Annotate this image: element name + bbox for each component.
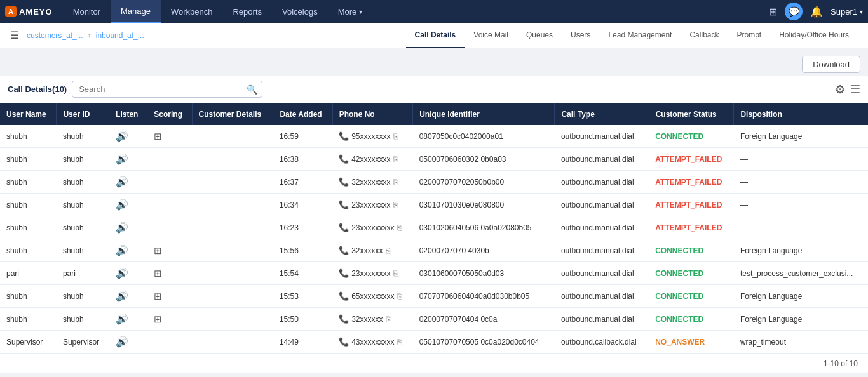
listen-icon[interactable]: 🔊 [116, 131, 128, 142]
tab-lead-management[interactable]: Lead Management [599, 23, 681, 48]
tab-holiday-office-hours[interactable]: Holiday/Office Hours [770, 23, 858, 48]
scoring-icon[interactable]: ⊞ [154, 291, 162, 301]
phone-icon: 📞 [339, 291, 349, 301]
copy-icon[interactable]: ⎘ [386, 246, 390, 255]
nav-monitor[interactable]: Monitor [63, 0, 111, 23]
bell-icon[interactable]: 🔔 [810, 6, 823, 18]
user-menu[interactable]: Super1 ▾ [831, 7, 863, 17]
listen-icon[interactable]: 🔊 [116, 199, 128, 210]
cell-user-name: shubh [0, 125, 57, 148]
listen-icon[interactable]: 🔊 [116, 176, 128, 187]
cell-user-name: shubh [0, 239, 57, 262]
cell-user-id: Supervisor [57, 331, 109, 354]
tab-prompt[interactable]: Prompt [728, 23, 770, 48]
phone-icon: 📞 [339, 314, 349, 324]
copy-icon[interactable]: ⎘ [393, 269, 398, 278]
cell-scoring: ⊞ [147, 285, 192, 308]
tab-voice-mail[interactable]: Voice Mail [465, 23, 517, 48]
table-header: User Name User ID Listen Scoring Custome… [0, 103, 868, 125]
listen-icon[interactable]: 🔊 [116, 222, 128, 233]
tab-bar: Call Details Voice Mail Queues Users Lea… [406, 23, 858, 48]
phone-icon: 📞 [339, 131, 349, 141]
listen-icon[interactable]: 🔊 [116, 336, 128, 347]
table-row: Supervisor Supervisor 🔊 14:49 📞 43xxxxxx… [0, 331, 868, 354]
phone-number: 95xxxxxxxx [351, 132, 390, 141]
cell-date-added: 15:53 [273, 285, 332, 308]
nav-reports[interactable]: Reports [222, 0, 272, 23]
cell-scoring [147, 331, 192, 354]
copy-icon[interactable]: ⎘ [397, 223, 402, 232]
cell-scoring [147, 216, 192, 239]
search-input[interactable] [72, 81, 262, 98]
table-row: shubh shubh 🔊 16:23 📞 23xxxxxxxxx ⎘ 0301… [0, 216, 868, 239]
status-badge: CONNECTED [655, 315, 703, 324]
cell-listen: 🔊 [109, 171, 147, 194]
phone-number: 65xxxxxxxxx [351, 292, 394, 301]
copy-icon[interactable]: ⎘ [393, 132, 398, 141]
tab-callback[interactable]: Callback [681, 23, 728, 48]
tab-users[interactable]: Users [562, 23, 599, 48]
cell-phone: 📞 32xxxxxx ⎘ [332, 239, 413, 262]
cell-listen: 🔊 [109, 216, 147, 239]
scoring-icon[interactable]: ⊞ [154, 131, 162, 142]
scoring-icon[interactable]: ⊞ [154, 314, 162, 324]
copy-icon[interactable]: ⎘ [393, 155, 398, 164]
cell-scoring [147, 194, 192, 216]
columns-icon[interactable]: ☰ [850, 83, 860, 96]
cell-user-name: shubh [0, 171, 57, 194]
listen-icon[interactable]: 🔊 [116, 268, 128, 279]
cell-customer-details [192, 194, 273, 216]
listen-icon[interactable]: 🔊 [116, 314, 128, 324]
listen-icon[interactable]: 🔊 [116, 245, 128, 256]
tab-queues[interactable]: Queues [517, 23, 562, 48]
copy-icon[interactable]: ⎘ [393, 178, 398, 187]
cell-disposition: — [734, 194, 868, 216]
copy-icon[interactable]: ⎘ [393, 201, 398, 209]
breadcrumb-link1[interactable]: customers_at_... [27, 31, 83, 40]
cell-phone: 📞 23xxxxxxxx ⎘ [332, 262, 413, 285]
cell-status: ATTEMPT_FAILED [649, 194, 734, 216]
filter-icon[interactable]: ⚙ [835, 83, 845, 96]
cell-call-type: outbound.manual.dial [555, 194, 649, 216]
nav-more[interactable]: More ▾ [328, 0, 373, 23]
scoring-icon[interactable]: ⊞ [154, 268, 162, 279]
listen-icon[interactable]: 🔊 [116, 154, 128, 164]
copy-icon[interactable]: ⎘ [386, 315, 390, 324]
cell-unique-id: 05000706060302 0b0a03 [413, 148, 555, 171]
logo-text: AMEYO [19, 7, 53, 17]
hamburger-icon[interactable]: ☰ [10, 29, 19, 41]
more-chevron-icon: ▾ [359, 8, 362, 15]
cell-user-id: shubh [57, 125, 109, 148]
phone-number: 32xxxxxx [351, 315, 383, 324]
cell-date-added: 16:59 [273, 125, 332, 148]
breadcrumb-link2[interactable]: inbound_at_... [96, 31, 144, 40]
cell-unique-id: 0807050c0c0402000a01 [413, 125, 555, 148]
cell-scoring: ⊞ [147, 262, 192, 285]
nav-workbench[interactable]: Workbench [161, 0, 223, 23]
tab-call-details[interactable]: Call Details [406, 23, 465, 48]
cell-phone: 📞 32xxxxxx ⎘ [332, 308, 413, 331]
chat-icon[interactable]: 💬 [785, 3, 803, 20]
copy-icon[interactable]: ⎘ [397, 292, 402, 301]
cell-date-added: 15:54 [273, 262, 332, 285]
col-customer-status: Customer Status [649, 103, 734, 125]
cell-user-id: shubh [57, 308, 109, 331]
nav-manage[interactable]: Manage [111, 0, 161, 23]
copy-icon[interactable]: ⎘ [397, 338, 402, 347]
phone-number: 23xxxxxxxx [351, 201, 390, 209]
nav-voicelogs[interactable]: Voicelogs [272, 0, 328, 23]
cell-user-id: shubh [57, 216, 109, 239]
cell-disposition: Foreign Language [734, 308, 868, 331]
grid-icon[interactable]: ⊞ [769, 6, 777, 18]
download-button[interactable]: Download [802, 56, 860, 73]
cell-date-added: 16:38 [273, 148, 332, 171]
phone-number: 23xxxxxxxx [351, 269, 390, 278]
scoring-icon[interactable]: ⊞ [154, 245, 162, 256]
cell-call-type: outbound.callback.dial [555, 331, 649, 354]
cell-user-id: shubh [57, 285, 109, 308]
cell-date-added: 16:37 [273, 171, 332, 194]
cell-unique-id: 020007070702050b0b00 [413, 171, 555, 194]
listen-icon[interactable]: 🔊 [116, 291, 128, 301]
table-row: pari pari 🔊 ⊞ 15:54 📞 23xxxxxxxx ⎘ 03010… [0, 262, 868, 285]
cell-call-type: outbound.manual.dial [555, 125, 649, 148]
